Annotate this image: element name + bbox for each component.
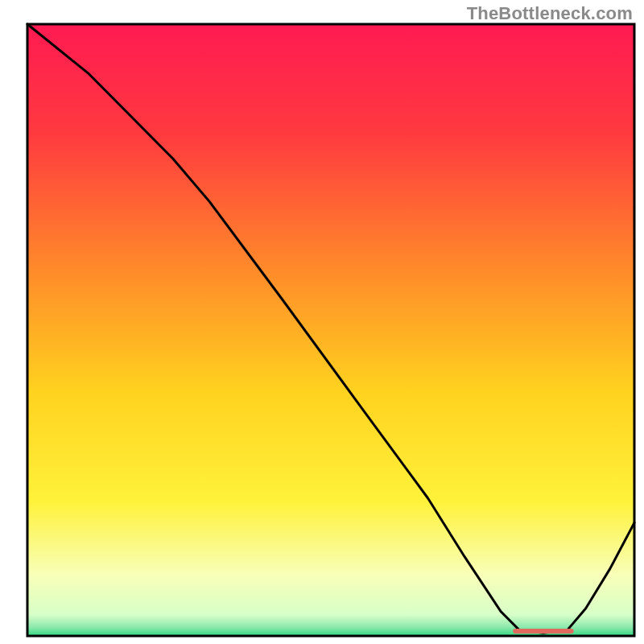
bottleneck-chart: [0, 0, 644, 644]
svg-rect-0: [27, 24, 634, 636]
svg-rect-1: [513, 629, 573, 634]
chart-container: TheBottleneck.com: [0, 0, 644, 644]
